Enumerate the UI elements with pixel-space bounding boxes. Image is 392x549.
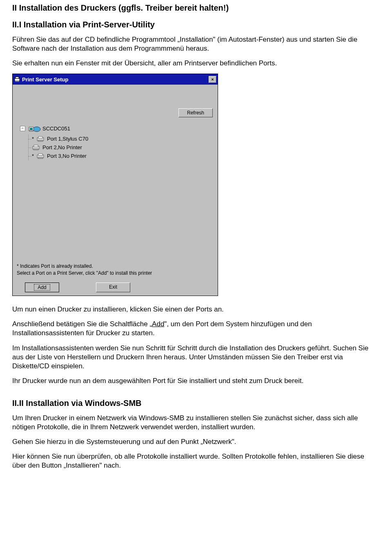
port-label: Port 2,No Printer — [42, 144, 82, 150]
server-tree[interactable]: − SCCDC051 * — [20, 125, 214, 160]
svg-rect-11 — [34, 145, 38, 147]
app-icon — [14, 76, 20, 83]
tree-port-item[interactable]: Port 2,No Printer — [29, 143, 214, 152]
printer-icon — [36, 136, 45, 142]
svg-rect-8 — [38, 137, 42, 138]
dialog-titlebar[interactable]: Print Server Setup × — [13, 74, 218, 85]
hint-line: * Indicates Port is already installed. — [17, 263, 152, 270]
paragraph: Um Ihren Drucker in einem Netzwerk via W… — [12, 414, 380, 432]
paragraph: Sie erhalten nun ein Fenster mit der Übe… — [12, 59, 380, 68]
add-button[interactable]: Add — [25, 282, 59, 292]
tree-root-node[interactable]: − SCCDC051 — [20, 125, 214, 132]
exit-button[interactable]: Exit — [96, 282, 130, 292]
port-label: Port 1,Stylus C70 — [47, 136, 88, 142]
paragraph: Um nun einen Drucker zu installieren, kl… — [12, 305, 380, 314]
tree-port-item[interactable]: * Port 3,No Printer — [29, 152, 214, 160]
svg-rect-6 — [29, 130, 33, 131]
svg-rect-0 — [15, 78, 20, 81]
svg-rect-12 — [33, 149, 38, 150]
server-name-label: SCCDC051 — [42, 125, 70, 132]
svg-rect-1 — [16, 77, 19, 78]
dialog-body: Refresh − SCCDC051 — [13, 85, 218, 296]
paragraph: Führen Sie das auf der CD befindliche Pr… — [12, 35, 380, 53]
paragraph: Hier können Sie nun überprüfen, ob alle … — [12, 452, 380, 470]
svg-point-3 — [33, 127, 40, 132]
hint-text-block: * Indicates Port is already installed. S… — [17, 263, 152, 277]
paragraph: Gehen Sie hierzu in die Systemsteuerung … — [12, 437, 380, 446]
tree-port-item[interactable]: * Port 1,Stylus C70 — [29, 134, 214, 143]
heading-sub2: II.II Installation via Windows-SMB — [12, 399, 380, 408]
svg-rect-5 — [30, 128, 33, 130]
dialog-title: Print Server Setup — [22, 76, 68, 83]
refresh-button[interactable]: Refresh — [178, 108, 213, 117]
paragraph: Im Installationsassistenten werden Sie n… — [12, 344, 380, 371]
paragraph: Anschließend betätigen Sie die Schaltflä… — [12, 320, 380, 338]
svg-rect-14 — [38, 154, 42, 155]
add-underline: Add — [152, 320, 164, 328]
heading-main: II Installation des Druckers (ggfls. Tre… — [12, 3, 380, 13]
print-server-setup-dialog: Print Server Setup × Refresh − — [12, 74, 218, 296]
asterisk-marker: * — [32, 153, 34, 159]
collapse-icon[interactable]: − — [20, 126, 25, 131]
print-server-icon — [29, 125, 40, 132]
printer-icon — [32, 145, 40, 150]
asterisk-marker: * — [32, 136, 34, 142]
svg-rect-2 — [15, 81, 19, 82]
hint-line: Select a Port on a Print Server, click "… — [17, 270, 152, 277]
svg-rect-15 — [38, 157, 43, 159]
port-label: Port 3,No Printer — [47, 153, 87, 159]
printer-icon — [36, 153, 45, 159]
svg-rect-9 — [38, 140, 43, 141]
paragraph: Ihr Drucker wurde nun an dem ausgewählte… — [12, 376, 380, 385]
close-button[interactable]: × — [209, 76, 216, 83]
heading-sub1: II.I Installation via Print-Server-Utili… — [12, 20, 380, 29]
